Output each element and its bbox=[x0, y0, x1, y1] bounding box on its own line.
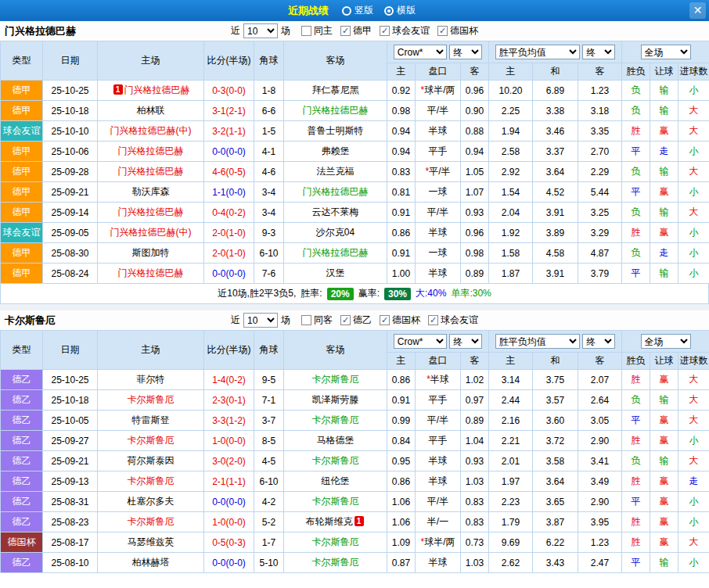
cell-corner: 1-5 bbox=[254, 121, 284, 142]
cell-date: 25-08-30 bbox=[43, 243, 98, 264]
checkbox-checked-icon: ✓ bbox=[380, 315, 390, 325]
cell-avg-away: 3.49 bbox=[578, 471, 622, 492]
cell-avg-home: 1.97 bbox=[489, 471, 533, 492]
cell-avg-away: 2.70 bbox=[578, 142, 622, 162]
cell-avg-home: 1.79 bbox=[489, 512, 533, 532]
avg-odds-select[interactable]: 胜平负均值 bbox=[495, 45, 580, 59]
cell-result-wdl: 负 bbox=[622, 162, 650, 182]
cell-date: 25-09-21 bbox=[43, 182, 98, 203]
cell-odds-home: 0.86 bbox=[387, 223, 416, 243]
filter-checkbox-同主[interactable]: 同主 bbox=[301, 24, 333, 38]
cell-avg-away: 2.64 bbox=[578, 390, 622, 411]
team-section-gladbach: 门兴格拉德巴赫 近 10 场 同主✓德甲✓球会友谊✓德国杯 类型 日期 主场 比… bbox=[0, 21, 709, 304]
cell-score: 0-0(0-0) bbox=[204, 553, 254, 573]
filter-label-matches: 场 bbox=[281, 24, 290, 38]
odds-stage-select[interactable]: 终 bbox=[449, 334, 482, 349]
away-team-name: 卡尔斯鲁厄 bbox=[312, 455, 359, 466]
away-team-name: 门兴格拉德巴赫 bbox=[303, 247, 369, 258]
filter-checkbox-球会友谊[interactable]: ✓球会友谊 bbox=[428, 314, 478, 327]
cell-home-team: 门兴格拉德巴赫(中) bbox=[98, 121, 204, 142]
cell-odds-away: 0.73 bbox=[461, 532, 489, 553]
cell-date: 25-09-21 bbox=[43, 451, 98, 471]
bookmaker-select[interactable]: Crow* bbox=[394, 45, 447, 59]
home-team-name: 卡尔斯鲁厄 bbox=[128, 516, 175, 527]
col-header-home: 主场 bbox=[98, 331, 204, 370]
col-header-type: 类型 bbox=[1, 331, 43, 370]
cell-odds-away: 0.88 bbox=[461, 121, 489, 142]
filter-checkbox-德国杯[interactable]: ✓德国杯 bbox=[437, 24, 478, 38]
fulltime-select[interactable]: 全场 bbox=[641, 45, 691, 59]
odds-stage-select[interactable]: 终 bbox=[449, 45, 482, 59]
cell-handicap: 平手 bbox=[416, 142, 461, 162]
cell-odds-home: 0.99 bbox=[387, 411, 416, 431]
match-row: 德甲25-09-28门兴格拉德巴赫4-6(0-5)4-6法兰克福0.83*平/半… bbox=[1, 162, 709, 182]
sub-header-odds-home: 主 bbox=[387, 353, 416, 370]
cell-score: 0-0(0-0) bbox=[204, 492, 254, 512]
cell-avg-away: 2.90 bbox=[578, 492, 622, 512]
cell-result-handicap: 输 bbox=[650, 264, 678, 284]
home-team-name: 门兴格拉德巴赫 bbox=[118, 145, 184, 156]
cell-result-wdl: 胜 bbox=[622, 471, 650, 492]
filter-checkbox-德国杯[interactable]: ✓德国杯 bbox=[380, 314, 420, 327]
match-row: 德甲25-08-24门兴格拉德巴赫0-0(0-0)7-6汉堡1.00半球0.89… bbox=[1, 264, 709, 284]
cell-corner: 1-7 bbox=[254, 532, 284, 553]
sub-header-result-goals: 进球数 bbox=[678, 353, 709, 370]
cell-home-team: 卡尔斯鲁厄 bbox=[98, 512, 204, 532]
cell-home-team: 柏林联 bbox=[98, 101, 204, 121]
cell-away-team: 卡尔斯鲁厄 bbox=[284, 553, 387, 573]
radio-unchecked-icon bbox=[342, 6, 351, 16]
cell-odds-home: 0.87 bbox=[387, 553, 416, 573]
cell-league: 德甲 bbox=[1, 101, 43, 121]
fulltime-select[interactable]: 全场 bbox=[641, 334, 691, 349]
recent-count-select[interactable]: 10 bbox=[243, 313, 278, 328]
recent-results-table: 类型 日期 主场 比分(半场) 角球 客场 Crow* 终 胜平负均值 终 全场 bbox=[0, 41, 709, 284]
team-header-bar: 门兴格拉德巴赫 近 10 场 同主✓德甲✓球会友谊✓德国杯 bbox=[0, 21, 709, 41]
cell-result-goals: 小 bbox=[678, 142, 709, 162]
odd-rate-text: 单率:30% bbox=[451, 287, 491, 300]
recent-count-select[interactable]: 10 bbox=[243, 23, 278, 38]
cell-result-wdl: 负 bbox=[622, 451, 650, 471]
filter-checkbox-德乙[interactable]: ✓德乙 bbox=[340, 314, 372, 327]
cell-avg-home: 2.16 bbox=[489, 411, 533, 431]
cell-handicap: 平/半 bbox=[416, 411, 461, 431]
close-icon[interactable]: ✕ bbox=[689, 2, 706, 19]
handicap-text: 半球 bbox=[430, 374, 449, 385]
col-header-date: 日期 bbox=[43, 41, 98, 81]
sub-header-result-goals: 进球数 bbox=[678, 63, 709, 81]
avg-stage-select[interactable]: 终 bbox=[582, 45, 615, 59]
cell-league: 德乙 bbox=[1, 512, 43, 532]
filter-label-recent: 近 bbox=[231, 24, 240, 38]
layout-radio-horizontal[interactable]: 横版 bbox=[384, 4, 416, 17]
cell-result-wdl: 负 bbox=[622, 243, 650, 264]
cell-result-goals: 大 bbox=[678, 370, 709, 390]
cell-avg-away: 3.79 bbox=[578, 264, 622, 284]
layout-radio-vertical[interactable]: 竖版 bbox=[342, 4, 373, 17]
filter-checkbox-德甲[interactable]: ✓德甲 bbox=[340, 24, 372, 38]
avg-odds-select[interactable]: 胜平负均值 bbox=[495, 334, 580, 349]
cell-result-handicap: 走 bbox=[650, 142, 678, 162]
filter-bar: 近 10 场 同客✓德乙✓德国杯✓球会友谊 bbox=[0, 310, 709, 330]
filter-checkbox-group: 同客✓德乙✓德国杯✓球会友谊 bbox=[301, 314, 478, 327]
cell-league: 德国杯 bbox=[1, 532, 43, 553]
radio-label: 横版 bbox=[397, 4, 416, 17]
cell-score: 0-5(0-3) bbox=[204, 532, 254, 553]
match-row: 德乙25-10-18卡尔斯鲁厄2-3(0-1)7-1凯泽斯劳滕0.91平手0.9… bbox=[1, 390, 709, 411]
cell-corner: 7-1 bbox=[254, 390, 284, 411]
filter-checkbox-球会友谊[interactable]: ✓球会友谊 bbox=[380, 24, 430, 38]
away-team-name: 卡尔斯鲁厄 bbox=[312, 374, 359, 385]
odds-group-header: Crow* 终 bbox=[387, 331, 489, 353]
cell-avg-home: 2.92 bbox=[489, 162, 533, 182]
cell-away-team: 门兴格拉德巴赫 bbox=[284, 101, 387, 121]
sub-header-handicap: 盘口 bbox=[416, 353, 461, 370]
summary-text: 近10场,胜2平3负5, bbox=[218, 287, 296, 300]
col-header-type: 类型 bbox=[1, 41, 43, 81]
cell-result-handicap: 赢 bbox=[650, 512, 678, 532]
match-row: 德乙25-08-23卡尔斯鲁厄1-0(0-0)5-2布轮斯维克11.06半/一0… bbox=[1, 512, 709, 532]
cell-date: 25-09-14 bbox=[43, 203, 98, 223]
avg-stage-select[interactable]: 终 bbox=[582, 334, 615, 349]
filter-checkbox-同客[interactable]: 同客 bbox=[301, 314, 333, 327]
radio-checked-icon bbox=[384, 6, 394, 16]
bookmaker-select[interactable]: Crow* bbox=[394, 334, 447, 349]
home-team-name: 特雷斯登 bbox=[132, 414, 170, 425]
sub-header-avg-draw: 和 bbox=[533, 353, 578, 370]
